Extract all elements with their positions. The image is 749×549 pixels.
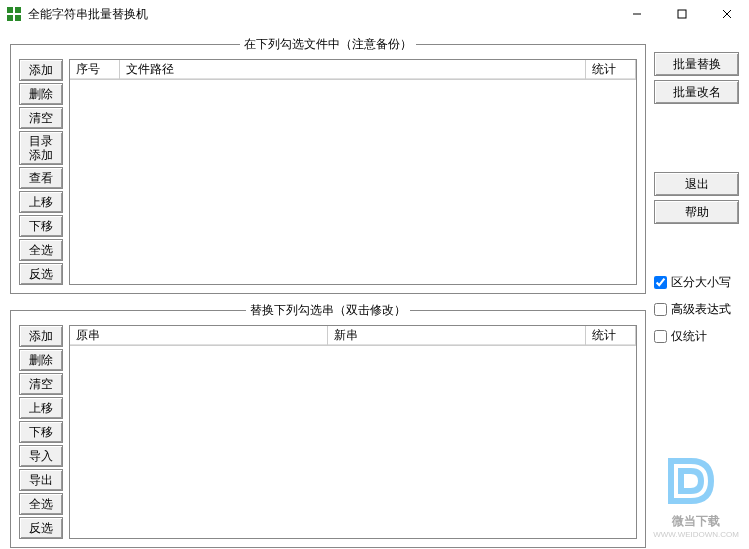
watermark-text1: 微当下载 (653, 513, 739, 530)
strings-delete-button[interactable]: 删除 (19, 349, 63, 371)
close-button[interactable] (704, 0, 749, 28)
strings-list-body[interactable] (70, 346, 636, 538)
files-invert-button[interactable]: 反选 (19, 263, 63, 285)
minimize-button[interactable] (614, 0, 659, 28)
titlebar: 全能字符串批量替换机 (0, 0, 749, 28)
strings-moveup-button[interactable]: 上移 (19, 397, 63, 419)
files-movedown-button[interactable]: 下移 (19, 215, 63, 237)
files-view-button[interactable]: 查看 (19, 167, 63, 189)
files-selectall-button[interactable]: 全选 (19, 239, 63, 261)
stat-only-input[interactable] (654, 330, 667, 343)
strings-selectall-button[interactable]: 全选 (19, 493, 63, 515)
svg-rect-5 (678, 10, 686, 18)
window-controls (614, 0, 749, 28)
files-list-body[interactable] (70, 80, 636, 284)
app-icon (6, 6, 22, 22)
files-list[interactable]: 序号 文件路径 统计 (69, 59, 637, 285)
files-side-buttons: 添加 删除 清空 目录 添加 查看 上移 下移 全选 反选 (19, 59, 63, 285)
svg-rect-3 (15, 15, 21, 21)
advanced-expr-checkbox[interactable]: 高级表达式 (654, 301, 739, 318)
files-col-path[interactable]: 文件路径 (120, 60, 586, 79)
files-moveup-button[interactable]: 上移 (19, 191, 63, 213)
files-col-index[interactable]: 序号 (70, 60, 120, 79)
watermark: 微当下载 WWW.WEIDOWN.COM (653, 451, 739, 539)
watermark-logo-icon (661, 451, 731, 511)
strings-import-button[interactable]: 导入 (19, 445, 63, 467)
batch-replace-button[interactable]: 批量替换 (654, 52, 739, 76)
files-list-header: 序号 文件路径 统计 (70, 60, 636, 80)
case-sensitive-checkbox[interactable]: 区分大小写 (654, 274, 739, 291)
case-sensitive-label: 区分大小写 (671, 274, 731, 291)
files-add-dir-button[interactable]: 目录 添加 (19, 131, 63, 165)
files-add-button[interactable]: 添加 (19, 59, 63, 81)
strings-col-stat[interactable]: 统计 (586, 326, 636, 345)
strings-add-button[interactable]: 添加 (19, 325, 63, 347)
strings-col-orig[interactable]: 原串 (70, 326, 328, 345)
svg-rect-0 (7, 7, 13, 13)
batch-rename-button[interactable]: 批量改名 (654, 80, 739, 104)
case-sensitive-input[interactable] (654, 276, 667, 289)
strings-invert-button[interactable]: 反选 (19, 517, 63, 539)
strings-list[interactable]: 原串 新串 统计 (69, 325, 637, 539)
advanced-expr-label: 高级表达式 (671, 301, 731, 318)
files-clear-button[interactable]: 清空 (19, 107, 63, 129)
exit-button[interactable]: 退出 (654, 172, 739, 196)
stat-only-label: 仅统计 (671, 328, 707, 345)
files-delete-button[interactable]: 删除 (19, 83, 63, 105)
window-title: 全能字符串批量替换机 (28, 6, 614, 23)
strings-list-header: 原串 新串 统计 (70, 326, 636, 346)
strings-panel-legend: 替换下列勾选串（双击修改） (246, 302, 410, 319)
svg-rect-2 (7, 15, 13, 21)
strings-col-new[interactable]: 新串 (328, 326, 586, 345)
strings-movedown-button[interactable]: 下移 (19, 421, 63, 443)
strings-clear-button[interactable]: 清空 (19, 373, 63, 395)
strings-export-button[interactable]: 导出 (19, 469, 63, 491)
files-panel: 在下列勾选文件中（注意备份） 添加 删除 清空 目录 添加 查看 上移 下移 全… (10, 36, 646, 294)
stat-only-checkbox[interactable]: 仅统计 (654, 328, 739, 345)
watermark-text2: WWW.WEIDOWN.COM (653, 530, 739, 539)
help-button[interactable]: 帮助 (654, 200, 739, 224)
svg-rect-1 (15, 7, 21, 13)
maximize-button[interactable] (659, 0, 704, 28)
files-panel-legend: 在下列勾选文件中（注意备份） (240, 36, 416, 53)
strings-side-buttons: 添加 删除 清空 上移 下移 导入 导出 全选 反选 (19, 325, 63, 539)
strings-panel: 替换下列勾选串（双击修改） 添加 删除 清空 上移 下移 导入 导出 全选 反选… (10, 302, 646, 548)
advanced-expr-input[interactable] (654, 303, 667, 316)
files-col-stat[interactable]: 统计 (586, 60, 636, 79)
